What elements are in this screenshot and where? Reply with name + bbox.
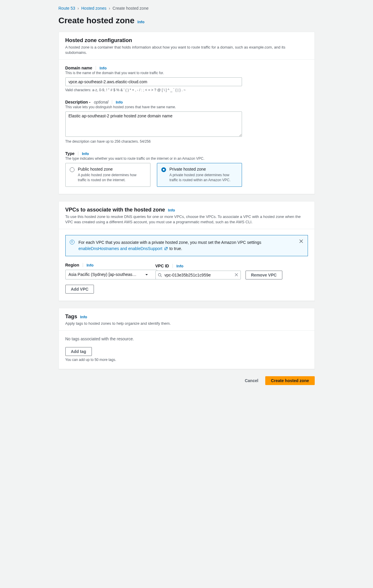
- tile-public-title: Public hosted zone: [78, 167, 146, 171]
- hint-domain-name: This is the name of the domain that you …: [65, 71, 308, 75]
- close-icon[interactable]: [299, 239, 304, 244]
- tile-private-title: Private hosted zone: [170, 167, 238, 171]
- alert-text-before: For each VPC that you associate with a p…: [79, 240, 261, 245]
- vpc-id-input[interactable]: [155, 271, 241, 279]
- add-vpc-button[interactable]: Add VPC: [65, 285, 94, 294]
- breadcrumb-route53[interactable]: Route 53: [59, 6, 75, 11]
- alert-text-after: to true.: [169, 246, 182, 251]
- panel-title-tags: Tags: [65, 314, 77, 320]
- separator: [112, 100, 112, 104]
- tile-private-zone[interactable]: Private hosted zone A private hosted zon…: [157, 163, 242, 186]
- label-description: Description - optional: [65, 100, 109, 104]
- info-link-vpcs[interactable]: Info: [168, 208, 175, 212]
- tags-empty-text: No tags associated with the resource.: [65, 337, 308, 341]
- info-link-page[interactable]: Info: [137, 20, 145, 24]
- add-tag-button[interactable]: Add tag: [65, 347, 92, 356]
- external-link-icon: [164, 246, 168, 251]
- hint-description: This value lets you distinguish hosted z…: [65, 105, 308, 109]
- panel-hosted-zone-config: Hosted zone configuration A hosted zone …: [59, 32, 315, 194]
- breadcrumb-hosted-zones[interactable]: Hosted zones: [81, 6, 107, 11]
- tile-public-desc: A public hosted zone determines how traf…: [78, 173, 146, 182]
- panel-desc-config: A hosted zone is a container that holds …: [65, 45, 308, 55]
- label-region: Region: [65, 263, 79, 267]
- label-vpc-id: VPC ID: [155, 264, 169, 268]
- tags-below: You can add up to 50 more tags.: [65, 358, 308, 362]
- info-icon: [70, 240, 74, 244]
- cancel-button[interactable]: Cancel: [241, 376, 262, 385]
- page-title: Create hosted zone Info: [59, 16, 315, 25]
- label-description-text: Description -: [65, 100, 91, 104]
- info-link-domain[interactable]: Info: [100, 66, 107, 70]
- field-type: Type Info The type indicates whether you…: [65, 151, 308, 186]
- below-description: The description can have up to 256 chara…: [65, 139, 308, 144]
- below-domain-name: Valid characters: a-z, 0-9, ! " # $ % & …: [65, 88, 308, 92]
- panel-title-vpcs: VPCs to associate with the hosted zone: [65, 207, 165, 213]
- info-link-region[interactable]: Info: [87, 263, 94, 267]
- breadcrumb: Route 53 › Hosted zones › Create hosted …: [59, 6, 315, 11]
- separator: [83, 263, 83, 267]
- separator: [173, 264, 173, 268]
- separator: [96, 66, 96, 70]
- tile-public-zone[interactable]: Public hosted zone A public hosted zone …: [65, 163, 150, 186]
- label-type: Type: [65, 151, 75, 156]
- label-description-optional: optional: [94, 100, 108, 104]
- chevron-right-icon: ›: [109, 6, 110, 11]
- panel-desc-vpcs: To use this hosted zone to resolve DNS q…: [65, 214, 308, 225]
- info-link-vpc-id[interactable]: Info: [176, 264, 183, 268]
- alert-link-text: enableDnsHostnames and enableDnsSupport: [79, 246, 163, 251]
- info-link-type[interactable]: Info: [82, 151, 89, 156]
- label-domain-name: Domain name: [65, 66, 92, 70]
- create-hosted-zone-button[interactable]: Create hosted zone: [265, 376, 314, 385]
- panel-vpcs: VPCs to associate with the hosted zone I…: [59, 201, 315, 301]
- alert-vpc-settings: For each VPC that you associate with a p…: [65, 235, 308, 256]
- info-link-tags[interactable]: Info: [80, 315, 87, 319]
- radio-icon: [70, 167, 74, 172]
- info-link-description[interactable]: Info: [116, 100, 123, 104]
- page-title-text: Create hosted zone: [59, 16, 135, 25]
- tile-private-desc: A private hosted zone determines how tra…: [170, 173, 238, 182]
- chevron-right-icon: ›: [77, 6, 79, 11]
- region-select-value: Asia Pacific (Sydney) [ap-southeas…: [65, 270, 157, 279]
- panel-desc-tags: Apply tags to hosted zones to help organ…: [65, 321, 308, 326]
- domain-name-input[interactable]: [65, 77, 242, 86]
- remove-vpc-button[interactable]: Remove VPC: [246, 271, 282, 279]
- panel-title-config: Hosted zone configuration: [65, 37, 132, 44]
- panel-tags: Tags Info Apply tags to hosted zones to …: [59, 308, 315, 369]
- field-description: Description - optional Info This value l…: [65, 100, 308, 144]
- clear-icon[interactable]: [234, 273, 239, 277]
- radio-icon-selected: [161, 167, 166, 172]
- footer-actions: Cancel Create hosted zone: [59, 376, 315, 385]
- field-domain-name: Domain name Info This is the name of the…: [65, 66, 308, 92]
- separator: [78, 151, 78, 156]
- description-textarea[interactable]: Elastic ap-southeast-2 private hosted zo…: [65, 111, 242, 137]
- region-select[interactable]: Asia Pacific (Sydney) [ap-southeas…: [65, 270, 151, 279]
- alert-link-dns-settings[interactable]: enableDnsHostnames and enableDnsSupport: [79, 246, 170, 251]
- breadcrumb-current: Create hosted zone: [112, 6, 148, 11]
- hint-type: The type indicates whether you want to r…: [65, 156, 308, 161]
